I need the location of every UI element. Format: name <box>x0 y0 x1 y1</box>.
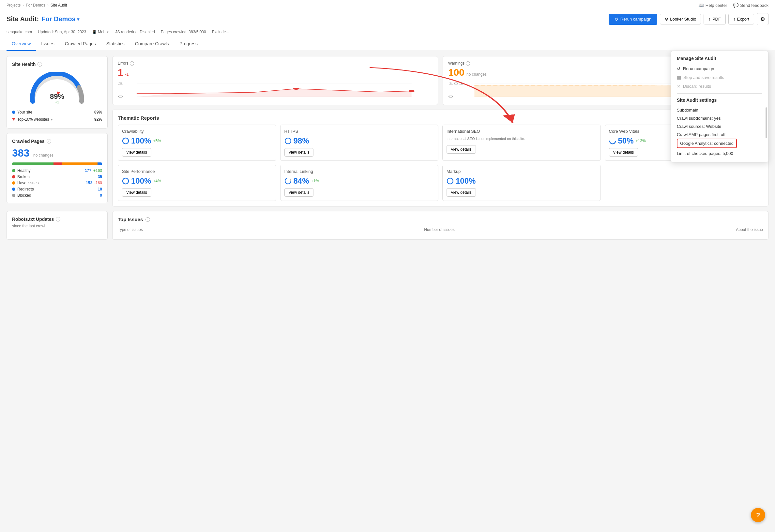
report-intl-seo: International SEO International SEO is n… <box>442 125 601 161</box>
view-details-markup[interactable]: View details <box>447 188 476 197</box>
breadcrumb-sep2: › <box>47 3 49 7</box>
warnings-info-icon[interactable]: i <box>466 61 470 66</box>
gauge-legend: Your site 89% Top-10% websites ▾ 92% <box>12 109 102 123</box>
view-details-internal-linking[interactable]: View details <box>284 188 314 197</box>
svg-point-16 <box>285 138 291 144</box>
help-center-label: Help center <box>706 3 727 8</box>
legend-broken: Broken 35 <box>12 174 102 179</box>
errors-delta: -1 <box>125 72 129 77</box>
tab-progress[interactable]: Progress <box>174 37 203 51</box>
errors-title: Errors <box>118 61 128 66</box>
col-number-of-issues: Number of issues <box>424 227 455 232</box>
top-issues-title: Top Issues <box>118 216 143 222</box>
view-details-intl-seo[interactable]: View details <box>447 145 476 154</box>
title-project[interactable]: For Demos ▾ <box>41 15 79 23</box>
robots-txt-title: Robots.txt Updates <box>12 216 54 222</box>
col-type-of-issues: Type of issues <box>118 227 143 232</box>
looker-label: Looker Studio <box>670 17 696 22</box>
warnings-delta: no changes <box>467 72 487 77</box>
legend-healthy: Healthy 177 +160 <box>12 168 102 173</box>
view-details-crawlability[interactable]: View details <box>122 148 151 156</box>
tab-statistics[interactable]: Statistics <box>101 37 130 51</box>
breadcrumb-site-audit: Site Audit <box>51 3 67 7</box>
svg-text:89%: 89% <box>50 92 64 100</box>
rerun-label: Rerun campaign <box>620 17 651 22</box>
top10-label: Top-10% websites <box>17 117 49 122</box>
crawled-pages-info-icon[interactable]: i <box>47 139 51 143</box>
svg-text:0: 0 <box>448 95 454 98</box>
dropdown-scrollbar[interactable] <box>766 107 767 138</box>
export-icon: ↑ <box>733 17 736 22</box>
errors-value: 1 <box>118 67 123 78</box>
rerun-campaign-button[interactable]: ↺ Rerun campaign <box>609 14 657 25</box>
errors-mini-chart: 2 0 <box>118 81 433 100</box>
report-https-name: HTTPS <box>284 129 435 134</box>
pdf-label: PDF <box>712 17 721 22</box>
robots-txt-info-icon[interactable]: i <box>56 217 60 221</box>
svg-point-9 <box>409 90 415 92</box>
breadcrumb-projects[interactable]: Projects <box>7 3 21 7</box>
pdf-button[interactable]: ↑ PDF <box>704 14 726 24</box>
view-details-site-perf[interactable]: View details <box>122 188 151 197</box>
report-placeholder <box>605 165 763 201</box>
svg-text:+1: +1 <box>55 100 59 104</box>
meta-row: seoquake.com Updated: Sun, Apr 30, 2023 … <box>0 28 775 37</box>
report-intl-seo-name: International SEO <box>447 129 597 134</box>
dropdown-stop: Stop and save results <box>677 73 762 82</box>
crawled-no-changes: no changes <box>33 153 53 157</box>
setting-subdomain[interactable]: Subdomain <box>677 106 762 114</box>
thematic-reports-title: Thematic Reports <box>118 115 763 121</box>
book-icon: 📖 <box>698 3 704 8</box>
send-feedback-link[interactable]: 💬 Send feedback <box>733 3 768 8</box>
tab-crawled-pages[interactable]: Crawled Pages <box>60 37 101 51</box>
settings-button[interactable]: ⚙ <box>757 13 768 25</box>
feedback-icon: 💬 <box>733 3 738 8</box>
page-title: Site Audit: For Demos ▾ <box>7 15 79 23</box>
looker-studio-button[interactable]: ⊙ Looker Studio <box>660 14 701 24</box>
dropdown-rerun[interactable]: ↺ Rerun campaign <box>677 64 762 73</box>
warnings-value: 100 <box>448 67 465 78</box>
your-site-val: 89% <box>94 110 102 114</box>
legend-blocked: Blocked 0 <box>12 193 102 198</box>
report-https: HTTPS 98% View details <box>280 125 439 161</box>
your-site-label: Your site <box>17 110 32 114</box>
looker-icon: ⊙ <box>665 17 668 22</box>
breadcrumb-for-demos[interactable]: For Demos <box>26 3 45 7</box>
setting-crawl-subdomains[interactable]: Crawl subdomains: yes <box>677 114 762 122</box>
view-details-https[interactable]: View details <box>284 148 314 156</box>
tab-compare-crawls[interactable]: Compare Crawls <box>130 37 174 51</box>
setting-google-analytics[interactable]: Google Analytics: connected <box>677 139 737 148</box>
warnings-title: Warnings <box>448 61 465 66</box>
site-health-info-icon[interactable]: i <box>37 62 42 66</box>
export-button[interactable]: ↑ Export <box>728 14 754 24</box>
site-audit-settings-title: Site Audit settings <box>677 97 762 103</box>
settings-dropdown: Manage Site Audit ↺ Rerun campaign Stop … <box>671 51 768 162</box>
tab-overview[interactable]: Overview <box>7 37 36 51</box>
export-label: Export <box>737 17 749 22</box>
report-site-perf: Site Performance 100% +4% View details <box>118 165 276 201</box>
svg-marker-7 <box>137 89 412 97</box>
dropdown-discard-icon: ✕ <box>677 84 680 89</box>
top-issues-info-icon[interactable]: i <box>145 217 150 222</box>
svg-text:2: 2 <box>118 82 123 85</box>
dropdown-stop-icon <box>677 76 681 80</box>
report-site-perf-name: Site Performance <box>122 169 272 174</box>
errors-info-icon[interactable]: i <box>130 61 134 66</box>
help-center-link[interactable]: 📖 Help center <box>698 3 727 8</box>
crawled-pages-card: Crawled Pages i 383 no changes <box>7 133 108 203</box>
tab-issues[interactable]: Issues <box>36 37 59 51</box>
robots-txt-card: Robots.txt Updates i since the last craw… <box>7 211 108 240</box>
crawled-total: 383 <box>12 147 29 159</box>
excluded: Exclude... <box>212 30 229 34</box>
title-prefix: Site Audit: <box>7 15 39 23</box>
setting-crawl-amp[interactable]: Crawl AMP pages first: off <box>677 130 762 139</box>
view-details-cwv[interactable]: View details <box>609 148 638 156</box>
gauge-chart: 89% +1 <box>28 72 86 105</box>
top10-chevron[interactable]: ▾ <box>51 117 53 122</box>
setting-limit-pages[interactable]: Limit of checked pages: 5,000 <box>677 149 762 157</box>
svg-text:0: 0 <box>118 95 123 98</box>
pdf-icon: ↑ <box>708 17 711 22</box>
setting-crawl-sources[interactable]: Crawl sources: Website <box>677 122 762 130</box>
breadcrumb: Projects › For Demos › Site Audit <box>7 3 67 7</box>
report-crawlability: Crawlability 100% +5% View details <box>118 125 276 161</box>
